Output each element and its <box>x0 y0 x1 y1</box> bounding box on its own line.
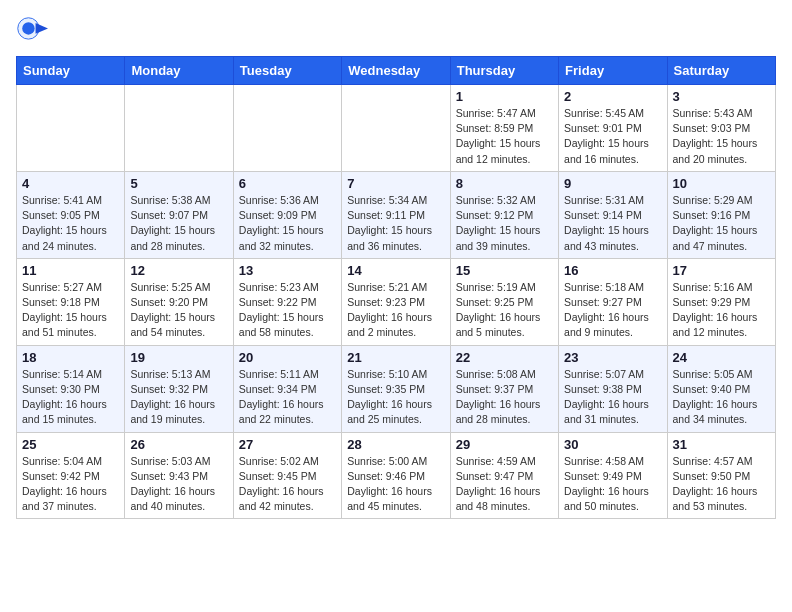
column-header-monday: Monday <box>125 57 233 85</box>
calendar-cell: 24Sunrise: 5:05 AMSunset: 9:40 PMDayligh… <box>667 345 775 432</box>
day-info: Sunrise: 5:31 AMSunset: 9:14 PMDaylight:… <box>564 193 661 254</box>
day-number: 17 <box>673 263 770 278</box>
day-number: 26 <box>130 437 227 452</box>
day-info: Sunrise: 5:45 AMSunset: 9:01 PMDaylight:… <box>564 106 661 167</box>
calendar-cell <box>17 85 125 172</box>
calendar-cell: 10Sunrise: 5:29 AMSunset: 9:16 PMDayligh… <box>667 171 775 258</box>
day-number: 18 <box>22 350 119 365</box>
calendar-cell: 20Sunrise: 5:11 AMSunset: 9:34 PMDayligh… <box>233 345 341 432</box>
day-info: Sunrise: 5:08 AMSunset: 9:37 PMDaylight:… <box>456 367 553 428</box>
day-info: Sunrise: 5:21 AMSunset: 9:23 PMDaylight:… <box>347 280 444 341</box>
day-number: 10 <box>673 176 770 191</box>
calendar-cell <box>342 85 450 172</box>
calendar-cell: 19Sunrise: 5:13 AMSunset: 9:32 PMDayligh… <box>125 345 233 432</box>
day-number: 23 <box>564 350 661 365</box>
day-number: 30 <box>564 437 661 452</box>
day-info: Sunrise: 5:18 AMSunset: 9:27 PMDaylight:… <box>564 280 661 341</box>
day-info: Sunrise: 5:10 AMSunset: 9:35 PMDaylight:… <box>347 367 444 428</box>
day-info: Sunrise: 5:05 AMSunset: 9:40 PMDaylight:… <box>673 367 770 428</box>
calendar-week-row: 25Sunrise: 5:04 AMSunset: 9:42 PMDayligh… <box>17 432 776 519</box>
calendar-cell: 25Sunrise: 5:04 AMSunset: 9:42 PMDayligh… <box>17 432 125 519</box>
calendar-cell: 21Sunrise: 5:10 AMSunset: 9:35 PMDayligh… <box>342 345 450 432</box>
day-number: 4 <box>22 176 119 191</box>
day-info: Sunrise: 5:00 AMSunset: 9:46 PMDaylight:… <box>347 454 444 515</box>
day-info: Sunrise: 5:19 AMSunset: 9:25 PMDaylight:… <box>456 280 553 341</box>
calendar-cell: 11Sunrise: 5:27 AMSunset: 9:18 PMDayligh… <box>17 258 125 345</box>
column-header-saturday: Saturday <box>667 57 775 85</box>
day-info: Sunrise: 4:59 AMSunset: 9:47 PMDaylight:… <box>456 454 553 515</box>
calendar-cell: 26Sunrise: 5:03 AMSunset: 9:43 PMDayligh… <box>125 432 233 519</box>
calendar-cell: 12Sunrise: 5:25 AMSunset: 9:20 PMDayligh… <box>125 258 233 345</box>
column-header-tuesday: Tuesday <box>233 57 341 85</box>
day-info: Sunrise: 4:57 AMSunset: 9:50 PMDaylight:… <box>673 454 770 515</box>
day-number: 29 <box>456 437 553 452</box>
column-header-friday: Friday <box>559 57 667 85</box>
calendar-week-row: 4Sunrise: 5:41 AMSunset: 9:05 PMDaylight… <box>17 171 776 258</box>
calendar-week-row: 1Sunrise: 5:47 AMSunset: 8:59 PMDaylight… <box>17 85 776 172</box>
day-number: 22 <box>456 350 553 365</box>
calendar-cell: 9Sunrise: 5:31 AMSunset: 9:14 PMDaylight… <box>559 171 667 258</box>
calendar-cell: 13Sunrise: 5:23 AMSunset: 9:22 PMDayligh… <box>233 258 341 345</box>
day-number: 20 <box>239 350 336 365</box>
calendar-cell: 3Sunrise: 5:43 AMSunset: 9:03 PMDaylight… <box>667 85 775 172</box>
day-number: 9 <box>564 176 661 191</box>
calendar-cell: 17Sunrise: 5:16 AMSunset: 9:29 PMDayligh… <box>667 258 775 345</box>
day-info: Sunrise: 5:43 AMSunset: 9:03 PMDaylight:… <box>673 106 770 167</box>
calendar-cell: 7Sunrise: 5:34 AMSunset: 9:11 PMDaylight… <box>342 171 450 258</box>
calendar-cell: 16Sunrise: 5:18 AMSunset: 9:27 PMDayligh… <box>559 258 667 345</box>
day-info: Sunrise: 5:03 AMSunset: 9:43 PMDaylight:… <box>130 454 227 515</box>
calendar-cell: 28Sunrise: 5:00 AMSunset: 9:46 PMDayligh… <box>342 432 450 519</box>
day-number: 6 <box>239 176 336 191</box>
day-info: Sunrise: 5:11 AMSunset: 9:34 PMDaylight:… <box>239 367 336 428</box>
calendar-cell: 5Sunrise: 5:38 AMSunset: 9:07 PMDaylight… <box>125 171 233 258</box>
day-number: 27 <box>239 437 336 452</box>
day-info: Sunrise: 5:16 AMSunset: 9:29 PMDaylight:… <box>673 280 770 341</box>
calendar-cell: 14Sunrise: 5:21 AMSunset: 9:23 PMDayligh… <box>342 258 450 345</box>
day-info: Sunrise: 5:36 AMSunset: 9:09 PMDaylight:… <box>239 193 336 254</box>
day-info: Sunrise: 5:34 AMSunset: 9:11 PMDaylight:… <box>347 193 444 254</box>
day-number: 14 <box>347 263 444 278</box>
day-number: 8 <box>456 176 553 191</box>
day-number: 31 <box>673 437 770 452</box>
day-info: Sunrise: 5:07 AMSunset: 9:38 PMDaylight:… <box>564 367 661 428</box>
day-number: 21 <box>347 350 444 365</box>
day-info: Sunrise: 5:25 AMSunset: 9:20 PMDaylight:… <box>130 280 227 341</box>
day-info: Sunrise: 5:04 AMSunset: 9:42 PMDaylight:… <box>22 454 119 515</box>
calendar-cell: 31Sunrise: 4:57 AMSunset: 9:50 PMDayligh… <box>667 432 775 519</box>
calendar-header-row: SundayMondayTuesdayWednesdayThursdayFrid… <box>17 57 776 85</box>
day-number: 11 <box>22 263 119 278</box>
day-info: Sunrise: 4:58 AMSunset: 9:49 PMDaylight:… <box>564 454 661 515</box>
logo-icon <box>16 16 48 48</box>
svg-marker-2 <box>36 23 48 34</box>
page-header <box>16 16 776 48</box>
column-header-wednesday: Wednesday <box>342 57 450 85</box>
calendar-cell: 23Sunrise: 5:07 AMSunset: 9:38 PMDayligh… <box>559 345 667 432</box>
calendar-cell: 15Sunrise: 5:19 AMSunset: 9:25 PMDayligh… <box>450 258 558 345</box>
day-number: 13 <box>239 263 336 278</box>
day-info: Sunrise: 5:47 AMSunset: 8:59 PMDaylight:… <box>456 106 553 167</box>
calendar-cell <box>125 85 233 172</box>
day-number: 28 <box>347 437 444 452</box>
day-number: 7 <box>347 176 444 191</box>
calendar-cell: 6Sunrise: 5:36 AMSunset: 9:09 PMDaylight… <box>233 171 341 258</box>
column-header-thursday: Thursday <box>450 57 558 85</box>
day-info: Sunrise: 5:41 AMSunset: 9:05 PMDaylight:… <box>22 193 119 254</box>
day-info: Sunrise: 5:02 AMSunset: 9:45 PMDaylight:… <box>239 454 336 515</box>
day-number: 24 <box>673 350 770 365</box>
day-info: Sunrise: 5:29 AMSunset: 9:16 PMDaylight:… <box>673 193 770 254</box>
day-number: 19 <box>130 350 227 365</box>
day-number: 12 <box>130 263 227 278</box>
calendar-week-row: 11Sunrise: 5:27 AMSunset: 9:18 PMDayligh… <box>17 258 776 345</box>
calendar-cell: 22Sunrise: 5:08 AMSunset: 9:37 PMDayligh… <box>450 345 558 432</box>
day-number: 3 <box>673 89 770 104</box>
svg-point-1 <box>22 22 34 34</box>
calendar-cell: 18Sunrise: 5:14 AMSunset: 9:30 PMDayligh… <box>17 345 125 432</box>
calendar-table: SundayMondayTuesdayWednesdayThursdayFrid… <box>16 56 776 519</box>
calendar-cell: 1Sunrise: 5:47 AMSunset: 8:59 PMDaylight… <box>450 85 558 172</box>
day-number: 16 <box>564 263 661 278</box>
day-info: Sunrise: 5:38 AMSunset: 9:07 PMDaylight:… <box>130 193 227 254</box>
day-number: 25 <box>22 437 119 452</box>
day-info: Sunrise: 5:32 AMSunset: 9:12 PMDaylight:… <box>456 193 553 254</box>
calendar-cell <box>233 85 341 172</box>
calendar-cell: 27Sunrise: 5:02 AMSunset: 9:45 PMDayligh… <box>233 432 341 519</box>
